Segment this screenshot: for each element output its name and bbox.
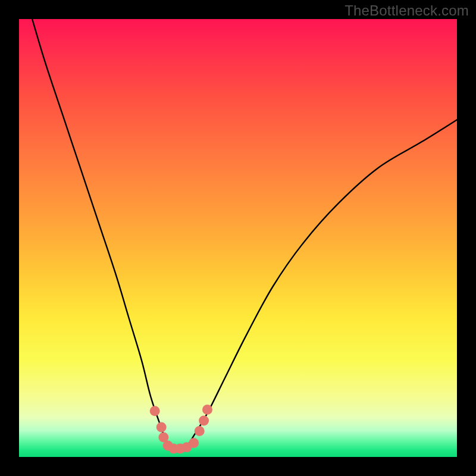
highlight-dot [202, 405, 212, 415]
highlight-dot [150, 406, 160, 416]
highlight-markers [150, 405, 212, 454]
highlight-dot [156, 422, 167, 433]
curve-layer [19, 19, 457, 457]
watermark-text: TheBottleneck.com [345, 2, 469, 19]
highlight-dot [195, 426, 205, 436]
bottleneck-curve-path [32, 19, 457, 450]
chart-frame: TheBottleneck.com [0, 0, 476, 476]
plot-area [19, 19, 457, 457]
highlight-dot [189, 438, 199, 448]
highlight-dot [199, 415, 209, 425]
